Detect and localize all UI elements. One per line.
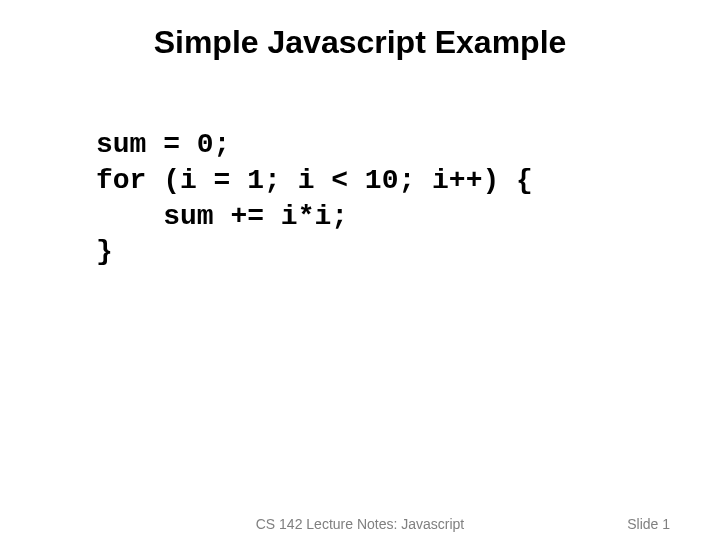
slide-title: Simple Javascript Example xyxy=(0,0,720,61)
footer-slide-number: Slide 1 xyxy=(627,516,670,532)
footer-lecture-label: CS 142 Lecture Notes: Javascript xyxy=(0,516,720,532)
code-example: sum = 0; for (i = 1; i < 10; i++) { sum … xyxy=(96,127,720,270)
